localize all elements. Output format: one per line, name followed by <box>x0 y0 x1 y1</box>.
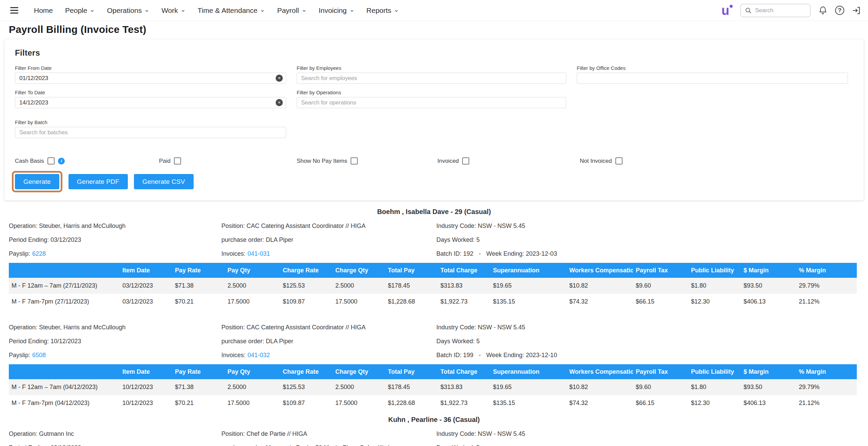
period-ending-text: Period Ending: 03/12/2023 <box>9 236 221 244</box>
table-cell: 21.12% <box>796 395 857 411</box>
table-cell: $1.80 <box>688 379 741 395</box>
column-header: Total Charge <box>438 364 490 379</box>
payslip-link[interactable]: 6508 <box>32 352 46 358</box>
nav-item-invoicing[interactable]: Invoicing <box>319 6 354 15</box>
table-cell: 10/12/2023 <box>120 395 172 411</box>
filter-batch-field: Filter by Batch <box>15 119 286 138</box>
nav-item-reports[interactable]: Reports <box>367 6 399 15</box>
show-no-pay-items-checkbox[interactable] <box>351 157 358 164</box>
nav-item-operations[interactable]: Operations <box>107 6 149 15</box>
chevron-down-icon <box>260 8 265 13</box>
column-header: Charge Qty <box>333 263 385 278</box>
clear-icon[interactable]: × <box>276 75 283 82</box>
checkbox-label: Invoiced <box>437 158 459 164</box>
filter-operations-input[interactable] <box>297 97 566 108</box>
table-cell: $313.83 <box>438 278 490 294</box>
nav-label: Operations <box>107 6 142 15</box>
table-cell: $135.15 <box>490 395 567 411</box>
filter-batch-label: Filter by Batch <box>15 119 286 125</box>
table-cell: 17.5000 <box>333 294 385 310</box>
not-invoiced-checkbox[interactable] <box>615 157 623 164</box>
invoice-link[interactable]: 041-032 <box>248 352 270 358</box>
column-header: % Margin <box>796 263 857 278</box>
table-cell: $9.60 <box>633 278 688 294</box>
column-header: Total Pay <box>385 263 438 278</box>
table-cell: $1,228.68 <box>385 395 438 411</box>
filter-operations-field: Filter by Operations <box>297 90 566 108</box>
column-header: $ Margin <box>741 263 796 278</box>
table-cell: $93.50 <box>741 379 796 395</box>
table-row: M - F 7am-7pm (04/12/2023) 10/12/2023 $7… <box>9 395 857 411</box>
chevron-down-icon <box>90 8 95 13</box>
table-cell: 10/12/2023 <box>120 379 172 395</box>
batch-id-text: Batch ID: 192 <box>436 250 473 257</box>
operation-text: Operation: Steuber, Harris and McCulloug… <box>9 222 221 230</box>
column-header: Charge Rate <box>280 263 333 278</box>
generate-pdf-button[interactable]: Generate PDF <box>68 174 128 189</box>
billing-table: Item Date Pay Rate Pay Qty Charge Rate C… <box>9 263 857 310</box>
nav-item-home[interactable]: Home <box>34 6 53 15</box>
column-header <box>9 263 120 278</box>
table-cell: 29.79% <box>796 278 857 294</box>
industry-code-text: Industry Code: NSW - NSW 5.45 <box>436 430 857 438</box>
filter-employees-input[interactable] <box>297 73 566 84</box>
column-header: Pay Rate <box>172 263 225 278</box>
logout-icon[interactable] <box>852 6 861 15</box>
table-cell: $125.53 <box>280 379 333 395</box>
nav-item-time-attendance[interactable]: Time & Attendance <box>198 6 265 15</box>
filter-employees-label: Filter by Employees <box>297 65 566 71</box>
filter-to-date-input[interactable] <box>15 97 286 108</box>
invoiced-filter: Invoiced <box>437 157 469 164</box>
clear-icon[interactable]: × <box>276 99 283 106</box>
table-cell: 2.5000 <box>333 278 385 294</box>
chevron-down-icon <box>302 8 307 13</box>
generate-csv-button[interactable]: Generate CSV <box>134 174 194 189</box>
page-title: Payroll Billing (Invoice Test) <box>9 24 868 35</box>
purchase-order-text: purchase order: DLA Piper <box>221 338 436 345</box>
paid-filter: Paid <box>159 157 181 164</box>
chevron-down-icon <box>181 8 185 13</box>
column-header: Total Charge <box>438 263 490 278</box>
help-icon[interactable]: ? <box>835 6 844 15</box>
chevron-down-icon <box>144 8 149 13</box>
table-header-row: Item Date Pay Rate Pay Qty Charge Rate C… <box>9 263 857 278</box>
column-header: Charge Qty <box>333 364 385 379</box>
table-cell: $70.21 <box>172 395 225 411</box>
column-header: Payroll Tax <box>633 364 688 379</box>
billing-group-details: Operation: Gutmann Inc Position: Chef de… <box>0 430 868 446</box>
billing-group-details: Operation: Steuber, Harris and McCulloug… <box>0 324 868 359</box>
info-icon[interactable]: i <box>58 158 65 164</box>
filter-from-date-input[interactable] <box>15 73 286 84</box>
days-worked-text: Days Worked: 5 <box>436 338 857 345</box>
table-cell: 2.5000 <box>225 379 280 395</box>
payslip-label: Payslip: <box>9 250 30 257</box>
invoiced-checkbox[interactable] <box>462 157 469 164</box>
paid-checkbox[interactable] <box>174 157 181 164</box>
hamburger-menu-icon[interactable] <box>9 6 20 15</box>
table-cell: $1,922.73 <box>438 395 490 411</box>
cash-basis-checkbox[interactable] <box>47 157 55 164</box>
search-input[interactable] <box>755 7 806 14</box>
column-header: Item Date <box>120 364 172 379</box>
table-cell: $19.65 <box>490 278 567 294</box>
table-cell: M - F 12am – 7am (27/11/2023) <box>9 278 120 294</box>
nav-item-payroll[interactable]: Payroll <box>277 6 306 15</box>
period-ending-text: Period Ending: 10/12/2023 <box>9 338 221 345</box>
nav-item-work[interactable]: Work <box>161 6 185 15</box>
column-header: Pay Rate <box>172 364 225 379</box>
column-header: Pay Qty <box>225 263 280 278</box>
notifications-bell-icon[interactable] <box>818 6 828 15</box>
table-cell: $74.32 <box>567 294 633 310</box>
days-worked-text: Days Worked: 5 <box>436 444 857 446</box>
invoice-link[interactable]: 041-031 <box>248 250 270 257</box>
nav-label: Work <box>161 6 178 15</box>
table-cell: 17.5000 <box>333 395 385 411</box>
nav-item-people[interactable]: People <box>65 6 95 15</box>
filter-batch-input[interactable] <box>15 127 286 138</box>
table-cell: $9.60 <box>633 379 688 395</box>
filter-office-codes-input[interactable] <box>577 73 848 84</box>
invoices-label: Invoices: <box>221 250 245 257</box>
separator: - <box>479 352 481 358</box>
payslip-link[interactable]: 6228 <box>32 250 46 257</box>
generate-button[interactable]: Generate <box>15 174 59 189</box>
